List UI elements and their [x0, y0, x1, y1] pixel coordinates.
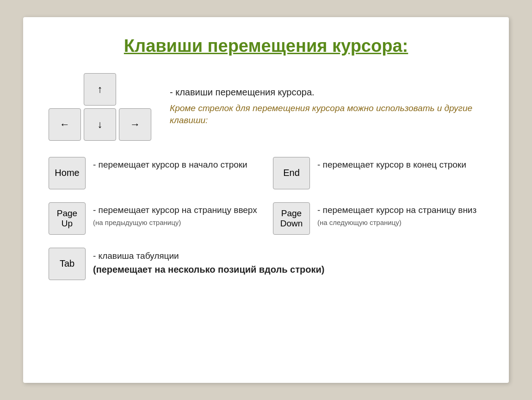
home-row: Home - перемещает курсор в начало строки	[49, 157, 259, 189]
key-right: →	[119, 108, 151, 141]
home-description: - перемещает курсор в начало строки	[93, 157, 247, 171]
end-description: - перемещает курсор в конец строки	[317, 157, 466, 171]
key-up: ↑	[84, 73, 116, 106]
arrow-section: ↑ ← ↓ → - клавиши перемещения курсора. К…	[49, 73, 483, 141]
end-row: End - перемещает курсор в конец строки	[273, 157, 483, 189]
pageup-key: Page Up	[49, 202, 86, 235]
slide: Клавиши перемещения курсора: ↑ ← ↓ → - к…	[23, 17, 509, 383]
pagedown-row: Page Down - перемещает курсор на страниц…	[273, 202, 483, 235]
arrows-grid: ↑ ← ↓ →	[49, 73, 151, 141]
arrow-sub-text: Кроме стрелок для перемещения курсора мо…	[170, 102, 483, 127]
end-key: End	[273, 157, 310, 189]
key-left: ←	[49, 108, 81, 141]
tab-description: - клавиша табуляции (перемещает на неско…	[93, 248, 324, 277]
pagedown-key: Page Down	[273, 202, 310, 235]
pageup-row: Page Up - перемещает курсор на страницу …	[49, 202, 259, 235]
home-key: Home	[49, 157, 86, 189]
key-down: ↓	[84, 108, 116, 141]
tab-key: Tab	[49, 248, 86, 280]
pageup-description: - перемещает курсор на страницу вверх (н…	[93, 202, 257, 229]
tab-row: Tab - клавиша табуляции (перемещает на н…	[49, 248, 483, 280]
arrow-description: - клавиши перемещения курсора. Кроме стр…	[170, 87, 483, 127]
keys-grid: Home - перемещает курсор в начало строки…	[49, 157, 483, 235]
arrow-main-text: - клавиши перемещения курсора.	[170, 87, 483, 98]
page-title: Клавиши перемещения курсора:	[49, 36, 483, 57]
pagedown-description: - перемещает курсор на страницу вниз (на…	[317, 202, 476, 229]
